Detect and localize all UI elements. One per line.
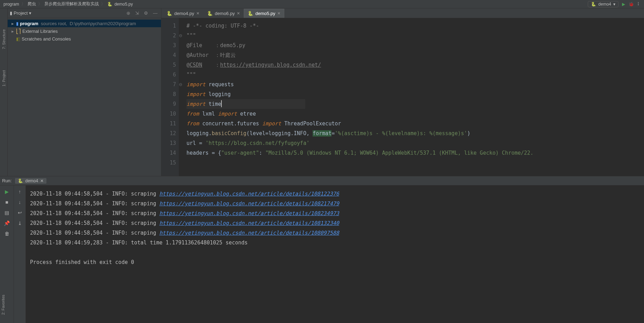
trash-icon[interactable]: 🗑 xyxy=(5,231,9,236)
project-view-selector[interactable]: ▮ Project ▾ xyxy=(10,10,31,16)
run-tool-window: Run: 🐍 demo4 ✕ ▶ ■ ▤ 📌 🗑 ↑ ↓ ↩ ⤓ 2020-11… xyxy=(0,176,644,323)
tree-external-libraries[interactable]: ▸ ⎣⎤ External Libraries xyxy=(8,27,161,35)
debug-icon[interactable]: 🐞 xyxy=(629,2,634,7)
top-bar: program〉 爬虫〉 异步爬虫原理解析及爬取实战〉 🐍 demo5.py 🐍… xyxy=(0,0,644,8)
project-tool-window: ▮ Project ▾ ⊕ ⇲ ⚙ — ▸ ▮ program sources … xyxy=(8,8,161,176)
run-tab[interactable]: 🐍 demo4 ✕ xyxy=(15,178,46,184)
close-icon[interactable]: ✕ xyxy=(277,11,280,16)
up-arrow-icon[interactable]: ↑ xyxy=(19,189,21,194)
tree-root-name: program xyxy=(20,21,38,26)
scratches-label: Scratches and Consoles xyxy=(22,36,71,42)
run-tab-label: demo4 xyxy=(25,178,38,183)
python-file-icon: 🐍 xyxy=(248,11,253,16)
console-link[interactable]: https://yetingyun.blog.csdn.net/article/… xyxy=(159,220,339,226)
crumb-spider[interactable]: 爬虫 xyxy=(28,1,36,7)
console-link[interactable]: https://yetingyun.blog.csdn.net/article/… xyxy=(159,200,339,207)
rerun-icon[interactable]: ▶ xyxy=(5,189,9,194)
console-link[interactable]: https://yetingyun.blog.csdn.net/article/… xyxy=(159,210,339,216)
python-file-icon: 🐍 xyxy=(167,11,172,16)
stop-icon[interactable]: ■ xyxy=(5,199,8,205)
editor-tab-demo5-py[interactable]: 🐍demo5.py✕ xyxy=(244,9,284,18)
expand-icon[interactable]: ⇲ xyxy=(134,10,140,16)
crumb-file[interactable]: demo5.py xyxy=(115,2,133,7)
breadcrumbs: program〉 爬虫〉 异步爬虫原理解析及爬取实战〉 🐍 demo5.py xyxy=(3,1,133,7)
python-file-icon: 🐍 xyxy=(107,2,112,7)
folder-icon: ▮ xyxy=(10,10,12,16)
crumb-folder[interactable]: 异步爬虫原理解析及爬取实战 xyxy=(44,1,99,7)
layout-icon[interactable]: ▤ xyxy=(5,210,9,215)
editor-gutter: 123456789101112131415 xyxy=(161,18,179,176)
tree-arrow-icon[interactable]: ▸ xyxy=(10,29,15,34)
chevron-down-icon: ▾ xyxy=(29,10,31,16)
code-content[interactable]: # -*- coding: UTF-8 -*-"""@File ：demo5.p… xyxy=(184,18,644,176)
tree-root-path: D:\python\pycharm2020\program xyxy=(69,21,136,26)
locate-icon[interactable]: ⊕ xyxy=(125,10,132,16)
run-icon[interactable]: ▶ xyxy=(622,2,625,7)
console-link[interactable]: https://yetingyun.blog.csdn.net/article/… xyxy=(159,191,339,197)
libraries-icon: ⎣⎤ xyxy=(16,29,21,34)
editor-area: 🐍demo4.py✕🐍demo6.py✕🐍demo5.py✕ 123456789… xyxy=(161,8,644,176)
editor-tab-demo4-py[interactable]: 🐍demo4.py✕ xyxy=(163,9,203,18)
left-tool-tabs: 7: Structure 1: Project xyxy=(0,8,8,176)
project-title: Project xyxy=(14,10,28,16)
structure-tool-tab[interactable]: 7: Structure xyxy=(2,29,6,49)
more-actions-icon[interactable]: ⠇ xyxy=(637,2,641,7)
tree-root[interactable]: ▸ ▮ program sources root, D:\python\pych… xyxy=(8,20,161,27)
fold-column[interactable]: ⊖ ⊖ xyxy=(179,18,184,176)
console-link[interactable]: https://yetingyun.blog.csdn.net/article/… xyxy=(159,230,339,236)
pin-icon[interactable]: 📌 xyxy=(4,220,10,226)
close-icon[interactable]: ✕ xyxy=(196,11,199,16)
tree-scratches[interactable]: ◧ Scratches and Consoles xyxy=(8,35,161,43)
down-arrow-icon[interactable]: ↓ xyxy=(19,199,21,205)
project-tool-tab[interactable]: 1: Project xyxy=(2,70,6,86)
python-file-icon: 🐍 xyxy=(591,2,596,7)
soft-wrap-icon[interactable]: ↩ xyxy=(18,210,22,215)
editor-tab-demo6-py[interactable]: 🐍demo6.py✕ xyxy=(203,9,244,18)
hide-icon[interactable]: — xyxy=(152,10,159,16)
editor-tabs: 🐍demo4.py✕🐍demo6.py✕🐍demo5.py✕ xyxy=(161,8,644,18)
tree-root-note: sources root, xyxy=(41,21,67,26)
project-tree[interactable]: ▸ ▮ program sources root, D:\python\pych… xyxy=(8,18,161,44)
run-pane-title: Run: xyxy=(2,178,12,183)
scroll-end-icon[interactable]: ⤓ xyxy=(18,220,22,226)
settings-icon[interactable]: ⚙ xyxy=(142,10,149,16)
external-libraries-label: External Libraries xyxy=(22,29,58,34)
python-file-icon: 🐍 xyxy=(18,178,23,183)
folder-icon: ▮ xyxy=(16,21,19,26)
python-file-icon: 🐍 xyxy=(207,11,213,16)
tree-arrow-icon[interactable]: ▸ xyxy=(10,21,15,26)
close-icon[interactable]: ✕ xyxy=(40,178,44,183)
chevron-down-icon: ▾ xyxy=(613,2,615,7)
run-config-label: demo4 xyxy=(598,2,611,7)
scratches-icon: ◧ xyxy=(16,36,20,42)
close-icon[interactable]: ✕ xyxy=(237,11,240,16)
console-output[interactable]: 2020-11-18 09:44:58,504 - INFO: scraping… xyxy=(26,185,644,323)
editor-body[interactable]: 123456789101112131415 ⊖ ⊖ # -*- coding: … xyxy=(161,18,644,176)
favorites-tool-tab[interactable]: 2: Favorites xyxy=(0,293,6,316)
crumb-program[interactable]: program xyxy=(3,2,19,7)
run-toolbar-secondary: ↑ ↓ ↩ ⤓ xyxy=(14,185,26,323)
run-config-selector[interactable]: 🐍 demo4 ▾ xyxy=(588,1,619,7)
